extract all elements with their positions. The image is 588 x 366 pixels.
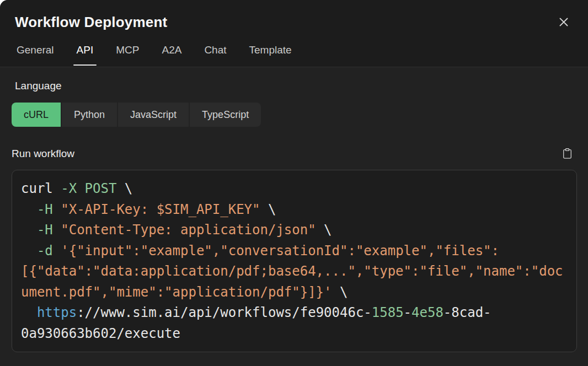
title-row: Workflow Deployment — [0, 0, 588, 31]
language-selector: cURLPythonJavaScriptTypeScript — [12, 103, 261, 127]
close-icon — [558, 17, 569, 28]
code-segment: "Content-Type: application/json" — [61, 222, 316, 238]
workflow-deployment-modal: Workflow Deployment GeneralAPIMCPA2AChat… — [0, 0, 588, 366]
code-line: -H "X-API-Key: $SIM_API_KEY" \ — [21, 200, 568, 220]
code-segment: -8cad- — [443, 305, 491, 320]
code-segment: https — [37, 305, 77, 320]
tab-general[interactable]: General — [17, 44, 54, 67]
tab-bar: GeneralAPIMCPA2AChatTemplate — [0, 44, 588, 67]
code-segment: ument.pdf","mime":"application/pdf"}]}' — [21, 284, 332, 300]
modal-title: Workflow Deployment — [15, 13, 167, 31]
clipboard-icon — [562, 148, 573, 159]
modal-body: Language cURLPythonJavaScriptTypeScript … — [0, 80, 588, 352]
code-segment — [21, 243, 37, 259]
copy-button[interactable] — [558, 147, 577, 160]
code-segment: \ — [332, 284, 348, 300]
code-segment: curl — [21, 181, 61, 196]
code-segment: \ — [260, 202, 276, 217]
code-segment — [53, 222, 61, 238]
code-line: -H "Content-Type: application/json" \ — [21, 220, 568, 241]
run-workflow-label: Run workflow — [12, 148, 74, 160]
code-line: 0a930663b602/execute — [21, 324, 568, 345]
code-segment — [21, 222, 37, 238]
code-segment: 1585 — [372, 305, 404, 320]
run-workflow-row: Run workflow — [12, 147, 577, 160]
code-segment: "X-API-Key: $SIM_API_KEY" — [61, 202, 260, 217]
tab-a2a[interactable]: A2A — [162, 44, 181, 67]
code-segment: 4e58 — [411, 305, 443, 320]
code-segment — [21, 202, 37, 217]
code-line: https://www.sim.ai/api/workflows/fe90046… — [21, 303, 568, 324]
code-line: curl -X POST \ — [21, 179, 568, 200]
modal-header: Workflow Deployment GeneralAPIMCPA2AChat… — [0, 0, 588, 67]
code-segment: ://www.sim.ai/api/workflows/fe90046c- — [77, 305, 372, 320]
lang-option-typescript[interactable]: TypeScript — [190, 103, 261, 127]
code-segment: \ — [316, 222, 332, 238]
close-button[interactable] — [556, 14, 571, 30]
lang-option-javascript[interactable]: JavaScript — [118, 103, 189, 127]
code-line: [{"data":"data:application/pdf;base64,..… — [21, 261, 568, 282]
language-label: Language — [15, 80, 577, 92]
tab-mcp[interactable]: MCP — [116, 44, 139, 67]
code-segment: '{"input":"example","conversationId":"ex… — [61, 243, 499, 259]
code-block[interactable]: curl -X POST \ -H "X-API-Key: $SIM_API_K… — [12, 170, 577, 352]
lang-option-curl[interactable]: cURL — [12, 103, 61, 127]
code-segment: - — [404, 305, 411, 320]
code-segment: -H — [37, 222, 53, 238]
code-segment: -d — [37, 243, 53, 259]
tab-api[interactable]: API — [77, 44, 94, 67]
code-line: -d '{"input":"example","conversationId":… — [21, 241, 568, 262]
code-segment — [53, 202, 61, 217]
lang-option-python[interactable]: Python — [62, 103, 117, 127]
tab-template[interactable]: Template — [249, 44, 292, 67]
code-segment: -H — [37, 202, 53, 217]
code-segment: [{"data":"data:application/pdf;base64,..… — [21, 263, 563, 279]
code-segment: 0a930663b602/execute — [21, 326, 180, 341]
code-segment: \ — [116, 181, 132, 196]
code-segment — [53, 243, 61, 259]
code-segment: -X POST — [61, 181, 116, 196]
tab-chat[interactable]: Chat — [204, 44, 226, 67]
code-line: ument.pdf","mime":"application/pdf"}]}' … — [21, 282, 568, 303]
code-segment — [21, 305, 37, 320]
